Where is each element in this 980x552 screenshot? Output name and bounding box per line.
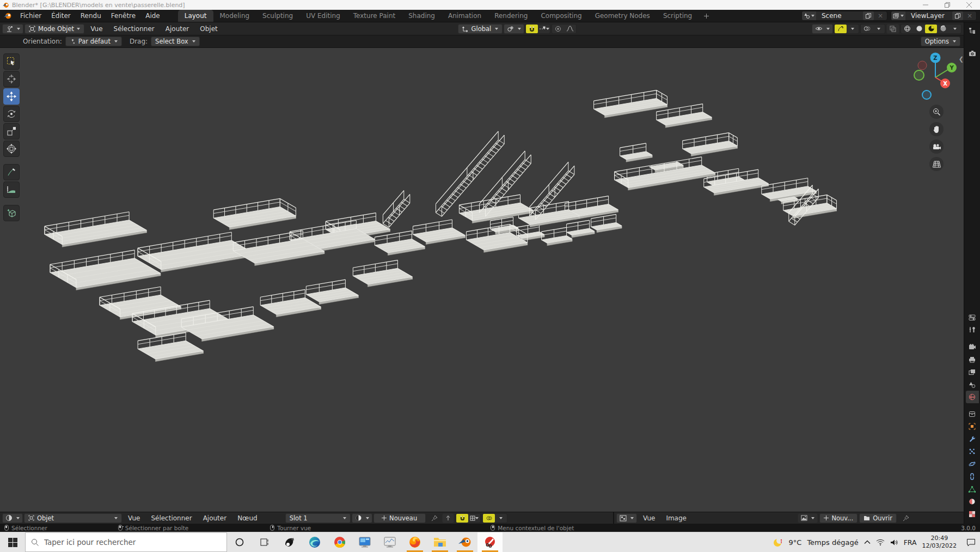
tool-scale[interactable]: [3, 123, 20, 139]
tab-modifier-properties[interactable]: [966, 433, 979, 445]
viewport-canvas[interactable]: ❮ Z Y X: [0, 48, 964, 512]
options-dropdown[interactable]: Options: [921, 37, 960, 46]
shader-overlay-dropdown[interactable]: [495, 514, 507, 523]
restore-button[interactable]: [936, 0, 958, 10]
cortana-button[interactable]: [227, 532, 252, 552]
image-menu-vue[interactable]: Vue: [638, 514, 660, 522]
shader-snap-toggle[interactable]: [456, 514, 468, 523]
gizmo-dropdown[interactable]: [847, 25, 859, 33]
tool-measure[interactable]: [3, 181, 20, 198]
tab-compositing[interactable]: Compositing: [534, 10, 588, 22]
tab-object-properties[interactable]: [966, 420, 979, 433]
weather-icon[interactable]: [773, 537, 783, 548]
tab-uv-editing[interactable]: UV Editing: [299, 10, 347, 22]
tab-shading[interactable]: Shading: [402, 10, 442, 22]
zoom-button[interactable]: [929, 105, 944, 119]
shader-editor-type-dropdown[interactable]: [2, 513, 23, 523]
editor-type-dropdown[interactable]: [2, 24, 23, 34]
weather-temp[interactable]: 9°C: [789, 538, 802, 547]
material-slot-dropdown[interactable]: Slot 1: [285, 513, 351, 523]
tab-animation[interactable]: Animation: [442, 10, 488, 22]
menu-aide[interactable]: Aide: [140, 10, 165, 22]
tab-viewlayer-properties[interactable]: [966, 366, 979, 378]
image-menu-image[interactable]: Image: [661, 514, 691, 522]
viewport-menu-ajouter[interactable]: Ajouter: [161, 25, 194, 33]
tool-annotate[interactable]: [3, 164, 20, 180]
viewlayer-browse-button[interactable]: [891, 11, 905, 20]
menu-editer[interactable]: Éditer: [46, 10, 76, 22]
visibility-dropdown[interactable]: [812, 24, 833, 34]
tab-geometry-nodes[interactable]: Geometry Nodes: [589, 10, 657, 22]
tool-transform[interactable]: [3, 141, 20, 157]
viewport-menu-selectionner[interactable]: Sélectionner: [109, 25, 160, 33]
tab-physics-properties[interactable]: [966, 458, 979, 470]
scene-browse-button[interactable]: [802, 11, 816, 20]
camera-snapshot-icon[interactable]: [966, 47, 979, 59]
snap-mode-dropdown[interactable]: [538, 25, 550, 33]
action-center-icon[interactable]: [966, 538, 976, 547]
tab-tool-properties[interactable]: [966, 324, 979, 336]
sidebar-collapse-arrow[interactable]: ❮: [959, 56, 964, 63]
menu-rendu[interactable]: Rendu: [76, 10, 106, 22]
pin-icon[interactable]: [431, 515, 438, 521]
app-edge[interactable]: [302, 532, 327, 552]
tab-scene-properties[interactable]: [966, 378, 979, 391]
tab-properties-editor-type[interactable]: [966, 311, 979, 324]
shading-wireframe-button[interactable]: [901, 25, 913, 33]
taskbar-search-input[interactable]: [44, 538, 221, 547]
tab-texture-properties[interactable]: [966, 508, 979, 520]
orientation-default-dropdown[interactable]: Par défaut: [65, 37, 122, 46]
menu-fenetre[interactable]: Fenêtre: [106, 10, 140, 22]
tab-layout[interactable]: Layout: [178, 10, 213, 22]
overlays-dropdown[interactable]: [873, 25, 885, 33]
show-gizmo-toggle[interactable]: [835, 25, 847, 33]
scene-name[interactable]: Scene: [816, 12, 863, 20]
pivot-point-dropdown[interactable]: [504, 24, 524, 34]
new-material-button[interactable]: Nouveau: [373, 513, 426, 523]
shader-menu-ajouter[interactable]: Ajouter: [198, 514, 232, 522]
material-browse-button[interactable]: [352, 513, 372, 523]
image-new-button[interactable]: Nouv...: [819, 513, 857, 523]
tab-sculpting[interactable]: Sculpting: [256, 10, 299, 22]
minimize-button[interactable]: [915, 0, 936, 10]
shading-dropdown[interactable]: [949, 25, 961, 33]
tab-rendering[interactable]: Rendering: [488, 10, 534, 22]
tray-expand-chevron[interactable]: [864, 540, 871, 544]
tab-collection-properties[interactable]: [966, 408, 979, 420]
ortho-persp-toggle[interactable]: [929, 157, 944, 171]
viewlayer-remove-button[interactable]: ×: [964, 11, 975, 20]
tab-scripting[interactable]: Scripting: [657, 10, 699, 22]
viewport-3d-scene[interactable]: [0, 48, 964, 512]
outliner-editor-icon[interactable]: [966, 25, 979, 37]
app-system-monitor[interactable]: [377, 532, 402, 552]
tab-particle-properties[interactable]: [966, 445, 979, 458]
scene-unlink-button[interactable]: ×: [875, 11, 886, 20]
xray-toggle[interactable]: [886, 24, 899, 34]
shader-menu-selectionner[interactable]: Sélectionner: [146, 514, 197, 522]
shader-overlay-toggle[interactable]: [483, 514, 495, 523]
start-button[interactable]: [0, 532, 25, 552]
app-blender[interactable]: [452, 532, 477, 552]
tab-world-properties[interactable]: [966, 391, 979, 403]
app-firefox[interactable]: [402, 532, 427, 552]
menu-fichier[interactable]: Fichier: [15, 10, 46, 22]
weather-desc[interactable]: Temps dégagé: [807, 538, 858, 547]
tab-constraint-properties[interactable]: [966, 470, 979, 483]
shading-material-button[interactable]: [925, 25, 937, 33]
taskbar-clock[interactable]: 20:49 12/03/2022: [922, 535, 957, 550]
tab-material-properties[interactable]: [966, 495, 979, 508]
blender-app-menu-icon[interactable]: [0, 10, 15, 22]
image-open-button[interactable]: Ouvrir: [859, 513, 897, 523]
image-editor-type-dropdown[interactable]: [616, 513, 637, 523]
viewport-menu-objet[interactable]: Objet: [195, 25, 222, 33]
pan-hand-button[interactable]: [929, 122, 944, 136]
tab-modeling[interactable]: Modeling: [213, 10, 256, 22]
snap-toggle[interactable]: [526, 25, 538, 33]
taskbar-search[interactable]: [25, 532, 227, 552]
volume-icon[interactable]: [890, 539, 898, 546]
viewlayer-new-copy-button[interactable]: [952, 11, 963, 20]
mode-dropdown[interactable]: Mode Objet: [24, 24, 84, 34]
viewlayer-name[interactable]: ViewLayer: [905, 12, 952, 20]
task-view-button[interactable]: [252, 532, 277, 552]
wifi-icon[interactable]: [876, 539, 885, 545]
